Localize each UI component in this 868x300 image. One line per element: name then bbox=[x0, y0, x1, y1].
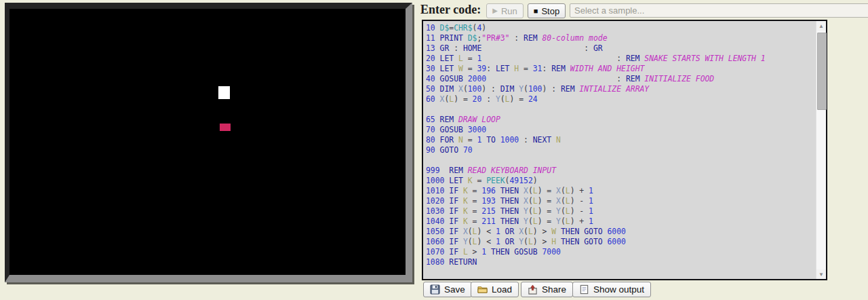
code-line: 20 LET L = 1 : REM SNAKE STARTS WITH LEN… bbox=[426, 54, 816, 64]
sample-select[interactable]: Select a sample... bbox=[570, 3, 868, 18]
code-line: 65 REM DRAW LOOP bbox=[426, 115, 816, 125]
code-line: 80 FOR N = 1 TO 1000 : NEXT N bbox=[426, 135, 816, 145]
code-line: 11 PRINT D$;"PR#3" : REM 80-column mode bbox=[426, 33, 816, 43]
editor-scrollbar[interactable]: ▲ ▼ bbox=[816, 21, 826, 279]
code-line: 70 GOSUB 3000 bbox=[426, 125, 816, 135]
enter-code-label: Enter code: bbox=[420, 3, 481, 17]
share-button[interactable]: Share bbox=[521, 282, 573, 297]
code-line: 30 LET W = 39: LET H = 31: REM WIDTH AND… bbox=[426, 64, 816, 74]
code-editor[interactable]: 10 D$=CHR$(4)11 PRINT D$;"PR#3" : REM 80… bbox=[422, 20, 827, 280]
code-line bbox=[426, 267, 816, 278]
scroll-up-button[interactable]: ▲ bbox=[816, 21, 826, 31]
code-line: 1070 IF L > 1 THEN GOSUB 7000 bbox=[426, 247, 816, 257]
code-line: 50 DIM X(100) : DIM Y(100) : REM INTIALI… bbox=[426, 84, 816, 94]
code-line: 1080 RETURN bbox=[426, 257, 816, 267]
code-line: 1000 LET K = PEEK(49152) bbox=[426, 176, 816, 186]
floppy-disk-icon bbox=[430, 284, 440, 295]
code-line: 40 GOSUB 2000 : REM INITIALIZE FOOD bbox=[426, 74, 816, 84]
show-output-button-label: Show output bbox=[593, 284, 644, 295]
folder-icon bbox=[477, 284, 488, 295]
share-button-label: Share bbox=[542, 284, 566, 295]
document-icon bbox=[579, 284, 589, 295]
code-line: 1010 IF K = 196 THEN X(L) = X(L) + 1 bbox=[426, 186, 816, 196]
code-line: 13 GR : HOME : GR bbox=[426, 43, 816, 54]
code-line: 60 X(L) = 20 : Y(L) = 24 bbox=[426, 94, 816, 105]
snake-pixel bbox=[218, 86, 230, 99]
code-line: 90 GOTO 70 bbox=[426, 145, 816, 155]
save-button[interactable]: Save bbox=[423, 282, 472, 297]
scroll-up-icon: ▲ bbox=[818, 23, 824, 29]
code-line: 999 REM READ KEYBOARD INPUT bbox=[426, 166, 816, 176]
file-actions-bar: Save Load Share Show output bbox=[422, 281, 868, 300]
sample-select-placeholder: Select a sample... bbox=[574, 5, 644, 16]
show-output-button[interactable]: Show output bbox=[572, 282, 651, 297]
code-line: 1040 IF K = 211 THEN Y(L) = Y(L) + 1 bbox=[426, 217, 816, 227]
stop-button-label: Stop bbox=[541, 6, 559, 16]
apple2-screen bbox=[9, 9, 406, 275]
share-icon bbox=[528, 284, 538, 295]
code-line: 1060 IF Y(L) < 1 OR Y(L) > H THEN GOTO 6… bbox=[426, 237, 816, 247]
scroll-down-button[interactable]: ▼ bbox=[816, 269, 826, 279]
food-pixel bbox=[220, 124, 231, 131]
code-toolbar: Enter code: ▶ Run ■ Stop Select a sample… bbox=[419, 0, 868, 20]
run-button[interactable]: ▶ Run bbox=[486, 3, 524, 18]
code-lines[interactable]: 10 D$=CHR$(4)11 PRINT D$;"PR#3" : REM 80… bbox=[423, 21, 816, 279]
stop-icon: ■ bbox=[534, 7, 538, 15]
code-line bbox=[426, 105, 816, 115]
apple2-screen-bezel bbox=[5, 3, 412, 282]
load-button-label: Load bbox=[492, 284, 512, 295]
code-line: 1050 IF X(L) < 1 OR X(L) > W THEN GOTO 6… bbox=[426, 227, 816, 237]
save-button-label: Save bbox=[444, 284, 465, 295]
run-icon: ▶ bbox=[492, 7, 498, 14]
code-line: 1030 IF K = 215 THEN Y(L) = Y(L) - 1 bbox=[426, 206, 816, 217]
scrollbar-thumb[interactable] bbox=[817, 33, 827, 110]
code-line: 10 D$=CHR$(4) bbox=[426, 23, 816, 33]
stop-button[interactable]: ■ Stop bbox=[528, 3, 566, 18]
code-line bbox=[426, 155, 816, 166]
run-button-label: Run bbox=[501, 6, 517, 16]
scroll-down-icon: ▼ bbox=[818, 271, 824, 278]
code-line: 1020 IF K = 193 THEN X(L) = X(L) - 1 bbox=[426, 196, 816, 206]
load-button[interactable]: Load bbox=[471, 282, 519, 297]
code-line: 1999 REM CREATE FOOD bbox=[426, 278, 816, 279]
